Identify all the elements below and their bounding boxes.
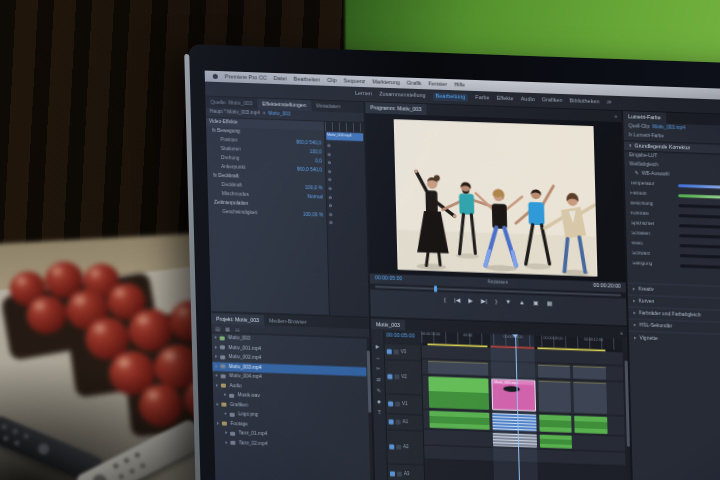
- dancers-illustration: [394, 119, 598, 276]
- video-clip[interactable]: [537, 364, 569, 378]
- workspace-tab[interactable]: Farbe: [475, 95, 490, 101]
- item-type-icon: [221, 374, 226, 378]
- workspace-tab[interactable]: Grafiken: [542, 98, 563, 104]
- video-clip[interactable]: [538, 380, 571, 412]
- item-type-icon: [221, 355, 226, 359]
- icon-view-icon[interactable]: ▦: [225, 326, 230, 331]
- list-view-icon[interactable]: ▤: [215, 326, 220, 331]
- workspace-overflow-icon[interactable]: ≫: [606, 100, 612, 106]
- item-type-icon: [221, 365, 226, 369]
- go-to-in-icon[interactable]: {: [444, 297, 446, 303]
- panel-tab[interactable]: Projekt: Motiv_003: [211, 313, 264, 326]
- panel-menu-icon[interactable]: ≡: [610, 111, 621, 122]
- workspace-tab[interactable]: Audio: [521, 97, 535, 103]
- track-target-toggle[interactable]: [389, 444, 394, 449]
- input-lut-label: Eingabe-LUT: [629, 154, 657, 160]
- source-clip-name[interactable]: Motiv_003.mp4: [652, 125, 685, 131]
- track-mute-toggle[interactable]: [397, 472, 402, 477]
- track-headers: V3 V2 V1: [385, 344, 426, 480]
- panel-tab[interactable]: Effekteinstellungen: [257, 98, 311, 111]
- menu-item[interactable]: Sequenz: [343, 78, 365, 84]
- video-clip[interactable]: [573, 366, 606, 380]
- track-lock-toggle[interactable]: [394, 349, 399, 354]
- audio-clip[interactable]: [539, 414, 572, 432]
- add-marker-icon[interactable]: ▼: [505, 299, 511, 305]
- apple-menu-icon[interactable]: [213, 74, 218, 79]
- menu-item[interactable]: Grafik: [407, 80, 422, 86]
- item-type-icon: [222, 422, 227, 426]
- type-tool-icon[interactable]: T: [378, 410, 381, 415]
- track-target-toggle[interactable]: [387, 374, 392, 379]
- imac-monitor: Premiere Pro CCDateiBearbeitenClipSequen…: [188, 44, 720, 480]
- slip-tool-icon[interactable]: ⇄: [376, 377, 380, 382]
- video-track-header[interactable]: V3: [385, 344, 421, 361]
- master-clip-label[interactable]: Haupt * Motiv_003.mp4: [210, 110, 260, 117]
- track-target-toggle[interactable]: [389, 419, 394, 424]
- item-type-icon: [230, 412, 235, 416]
- workspace-tab[interactable]: Bearbeitung: [433, 93, 469, 102]
- menu-item[interactable]: Premiere Pro CC: [225, 74, 267, 81]
- extract-icon[interactable]: ▣: [533, 300, 539, 306]
- menu-item[interactable]: Bearbeiten: [293, 76, 320, 82]
- wb-eyedropper-icon[interactable]: ✎: [635, 172, 639, 177]
- audio-clip[interactable]: [539, 434, 571, 448]
- menu-item[interactable]: Hilfe: [454, 82, 465, 88]
- lumetri-color-panel: Lumetri-Farbe ≡ Quell-Clip Motiv_003.mp4…: [623, 111, 720, 480]
- lift-icon[interactable]: ▲: [519, 300, 525, 306]
- current-timecode[interactable]: 00:00:05:00: [375, 276, 403, 282]
- audio-clip[interactable]: [574, 416, 608, 434]
- video-clip[interactable]: [428, 361, 489, 376]
- audio-track-header[interactable]: A1: [386, 414, 422, 431]
- item-type-icon: [220, 346, 225, 350]
- zoom-slider-icon[interactable]: ▭: [235, 326, 240, 331]
- menu-item[interactable]: Datei: [274, 76, 287, 82]
- menu-item[interactable]: Clip: [327, 78, 337, 84]
- lumetri-collapsed-section[interactable]: ▸Vignette: [629, 331, 720, 350]
- track-target-toggle[interactable]: [387, 349, 392, 354]
- track-select-tool-icon[interactable]: ↔: [375, 355, 380, 360]
- track-mute-toggle[interactable]: [396, 445, 401, 450]
- track-lock-toggle[interactable]: [394, 374, 399, 379]
- workspace-tab[interactable]: Effekte: [497, 96, 514, 102]
- pen-tool-icon[interactable]: ✎: [377, 388, 381, 393]
- hand-tool-icon[interactable]: ◆: [377, 399, 381, 404]
- program-monitor-panel: Programm: Motiv_003 ≡: [365, 102, 626, 325]
- ruler-label: 00:00:12:00: [584, 338, 603, 342]
- panel-menu-icon[interactable]: ≡: [616, 327, 627, 338]
- fit-dropdown[interactable]: Anpassen: [488, 280, 509, 285]
- track-lock-toggle[interactable]: [395, 401, 400, 406]
- audio-track-header[interactable]: A3: [388, 464, 425, 480]
- step-forward-icon[interactable]: ▶|: [481, 298, 487, 304]
- video-clip[interactable]: [428, 377, 489, 410]
- project-panel: Projekt: Motiv_003Medien-Browser ▤▦▭ ▸ M…: [211, 313, 374, 480]
- track-target-toggle[interactable]: [390, 471, 395, 476]
- workspace-tab[interactable]: Zusammenstellung: [379, 92, 426, 99]
- workspace-tab[interactable]: Lernen: [355, 91, 372, 97]
- video-clip[interactable]: [573, 382, 607, 414]
- workspace-tab[interactable]: Bibliotheken: [569, 99, 599, 106]
- timeline-timecode[interactable]: 00:00:05:00: [386, 332, 415, 338]
- panel-tab[interactable]: Quelle: Motiv_003: [205, 97, 257, 110]
- step-back-icon[interactable]: |◀: [454, 297, 460, 303]
- go-to-out-icon[interactable]: }: [495, 299, 497, 305]
- track-target-toggle[interactable]: [388, 401, 393, 406]
- audio-clip[interactable]: [429, 411, 490, 430]
- track-mute-toggle[interactable]: [396, 419, 401, 424]
- video-track-header[interactable]: V2: [385, 360, 422, 395]
- play-icon[interactable]: ▶: [468, 298, 473, 304]
- menu-item[interactable]: Fenster: [428, 81, 447, 87]
- panel-tab[interactable]: Metadaten: [311, 100, 346, 112]
- effect-controls-mini-timeline[interactable]: Motiv_003.mp4: [324, 122, 369, 317]
- video-frame: [394, 119, 598, 276]
- menu-item[interactable]: Markierung: [372, 79, 400, 85]
- audio-track-header[interactable]: A2: [387, 430, 424, 465]
- mini-timeline-clip-bar[interactable]: Motiv_003.mp4: [326, 132, 363, 141]
- keyframe-navigator-dots: [327, 144, 332, 225]
- export-frame-icon[interactable]: ▦: [547, 301, 553, 307]
- lumetri-tab[interactable]: Lumetri-Farbe: [623, 111, 666, 124]
- video-track-header[interactable]: V1: [386, 394, 423, 415]
- panel-tab[interactable]: Medien-Browser: [264, 315, 312, 328]
- razor-tool-icon[interactable]: ✂: [376, 366, 380, 371]
- selection-tool-icon[interactable]: ▶: [376, 344, 380, 349]
- sequence-label[interactable]: Motiv_003: [268, 112, 290, 118]
